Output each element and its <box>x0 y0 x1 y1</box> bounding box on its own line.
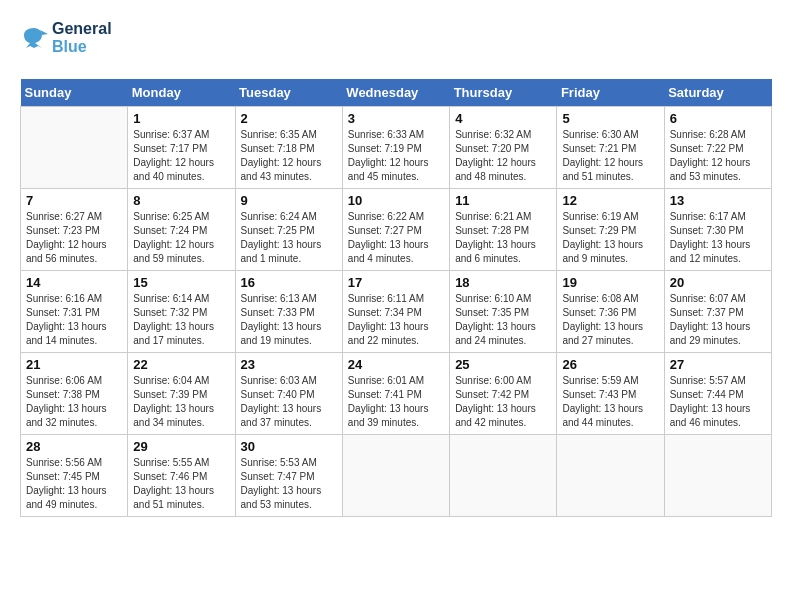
logo: General Blue <box>20 20 112 55</box>
day-number: 12 <box>562 193 658 208</box>
calendar-cell: 4Sunrise: 6:32 AMSunset: 7:20 PMDaylight… <box>450 107 557 189</box>
day-info: Sunrise: 6:25 AMSunset: 7:24 PMDaylight:… <box>133 210 229 266</box>
calendar-cell: 13Sunrise: 6:17 AMSunset: 7:30 PMDayligh… <box>664 189 771 271</box>
calendar-cell: 3Sunrise: 6:33 AMSunset: 7:19 PMDaylight… <box>342 107 449 189</box>
calendar-cell: 30Sunrise: 5:53 AMSunset: 7:47 PMDayligh… <box>235 435 342 517</box>
day-info: Sunrise: 6:24 AMSunset: 7:25 PMDaylight:… <box>241 210 337 266</box>
calendar-week-row: 14Sunrise: 6:16 AMSunset: 7:31 PMDayligh… <box>21 271 772 353</box>
day-number: 21 <box>26 357 122 372</box>
day-info: Sunrise: 6:30 AMSunset: 7:21 PMDaylight:… <box>562 128 658 184</box>
calendar-cell: 18Sunrise: 6:10 AMSunset: 7:35 PMDayligh… <box>450 271 557 353</box>
calendar-week-row: 7Sunrise: 6:27 AMSunset: 7:23 PMDaylight… <box>21 189 772 271</box>
calendar-cell: 21Sunrise: 6:06 AMSunset: 7:38 PMDayligh… <box>21 353 128 435</box>
weekday-header-saturday: Saturday <box>664 79 771 107</box>
day-info: Sunrise: 6:11 AMSunset: 7:34 PMDaylight:… <box>348 292 444 348</box>
calendar-cell: 15Sunrise: 6:14 AMSunset: 7:32 PMDayligh… <box>128 271 235 353</box>
calendar-week-row: 21Sunrise: 6:06 AMSunset: 7:38 PMDayligh… <box>21 353 772 435</box>
day-info: Sunrise: 5:55 AMSunset: 7:46 PMDaylight:… <box>133 456 229 512</box>
day-number: 4 <box>455 111 551 126</box>
day-number: 28 <box>26 439 122 454</box>
logo-blue-text: Blue <box>52 38 112 56</box>
day-number: 20 <box>670 275 766 290</box>
day-number: 22 <box>133 357 229 372</box>
day-info: Sunrise: 6:16 AMSunset: 7:31 PMDaylight:… <box>26 292 122 348</box>
day-info: Sunrise: 6:27 AMSunset: 7:23 PMDaylight:… <box>26 210 122 266</box>
day-number: 6 <box>670 111 766 126</box>
day-info: Sunrise: 6:00 AMSunset: 7:42 PMDaylight:… <box>455 374 551 430</box>
calendar-cell: 20Sunrise: 6:07 AMSunset: 7:37 PMDayligh… <box>664 271 771 353</box>
day-info: Sunrise: 6:35 AMSunset: 7:18 PMDaylight:… <box>241 128 337 184</box>
calendar-cell: 28Sunrise: 5:56 AMSunset: 7:45 PMDayligh… <box>21 435 128 517</box>
calendar-cell: 9Sunrise: 6:24 AMSunset: 7:25 PMDaylight… <box>235 189 342 271</box>
calendar-cell: 23Sunrise: 6:03 AMSunset: 7:40 PMDayligh… <box>235 353 342 435</box>
calendar-cell: 16Sunrise: 6:13 AMSunset: 7:33 PMDayligh… <box>235 271 342 353</box>
day-number: 24 <box>348 357 444 372</box>
calendar-cell: 22Sunrise: 6:04 AMSunset: 7:39 PMDayligh… <box>128 353 235 435</box>
calendar-cell <box>664 435 771 517</box>
calendar-week-row: 1Sunrise: 6:37 AMSunset: 7:17 PMDaylight… <box>21 107 772 189</box>
day-info: Sunrise: 6:33 AMSunset: 7:19 PMDaylight:… <box>348 128 444 184</box>
day-number: 29 <box>133 439 229 454</box>
day-info: Sunrise: 6:06 AMSunset: 7:38 PMDaylight:… <box>26 374 122 430</box>
day-info: Sunrise: 6:19 AMSunset: 7:29 PMDaylight:… <box>562 210 658 266</box>
day-number: 23 <box>241 357 337 372</box>
calendar-cell <box>342 435 449 517</box>
day-number: 19 <box>562 275 658 290</box>
day-info: Sunrise: 6:21 AMSunset: 7:28 PMDaylight:… <box>455 210 551 266</box>
day-number: 16 <box>241 275 337 290</box>
day-info: Sunrise: 6:10 AMSunset: 7:35 PMDaylight:… <box>455 292 551 348</box>
day-info: Sunrise: 5:59 AMSunset: 7:43 PMDaylight:… <box>562 374 658 430</box>
day-info: Sunrise: 6:08 AMSunset: 7:36 PMDaylight:… <box>562 292 658 348</box>
calendar-cell: 2Sunrise: 6:35 AMSunset: 7:18 PMDaylight… <box>235 107 342 189</box>
day-number: 10 <box>348 193 444 208</box>
day-info: Sunrise: 6:17 AMSunset: 7:30 PMDaylight:… <box>670 210 766 266</box>
day-info: Sunrise: 6:32 AMSunset: 7:20 PMDaylight:… <box>455 128 551 184</box>
calendar-cell: 6Sunrise: 6:28 AMSunset: 7:22 PMDaylight… <box>664 107 771 189</box>
calendar-cell: 27Sunrise: 5:57 AMSunset: 7:44 PMDayligh… <box>664 353 771 435</box>
day-info: Sunrise: 5:57 AMSunset: 7:44 PMDaylight:… <box>670 374 766 430</box>
day-info: Sunrise: 6:14 AMSunset: 7:32 PMDaylight:… <box>133 292 229 348</box>
day-info: Sunrise: 6:07 AMSunset: 7:37 PMDaylight:… <box>670 292 766 348</box>
day-number: 18 <box>455 275 551 290</box>
calendar-cell: 29Sunrise: 5:55 AMSunset: 7:46 PMDayligh… <box>128 435 235 517</box>
day-number: 26 <box>562 357 658 372</box>
day-number: 3 <box>348 111 444 126</box>
day-info: Sunrise: 6:01 AMSunset: 7:41 PMDaylight:… <box>348 374 444 430</box>
calendar-cell: 5Sunrise: 6:30 AMSunset: 7:21 PMDaylight… <box>557 107 664 189</box>
calendar-cell <box>21 107 128 189</box>
day-number: 27 <box>670 357 766 372</box>
day-number: 9 <box>241 193 337 208</box>
day-number: 2 <box>241 111 337 126</box>
day-info: Sunrise: 5:56 AMSunset: 7:45 PMDaylight:… <box>26 456 122 512</box>
day-number: 8 <box>133 193 229 208</box>
day-number: 25 <box>455 357 551 372</box>
calendar-cell: 24Sunrise: 6:01 AMSunset: 7:41 PMDayligh… <box>342 353 449 435</box>
weekday-header-friday: Friday <box>557 79 664 107</box>
logo-text-block: General Blue <box>52 20 112 55</box>
calendar-cell: 14Sunrise: 6:16 AMSunset: 7:31 PMDayligh… <box>21 271 128 353</box>
day-info: Sunrise: 6:03 AMSunset: 7:40 PMDaylight:… <box>241 374 337 430</box>
weekday-header-sunday: Sunday <box>21 79 128 107</box>
day-info: Sunrise: 6:13 AMSunset: 7:33 PMDaylight:… <box>241 292 337 348</box>
day-number: 14 <box>26 275 122 290</box>
day-number: 13 <box>670 193 766 208</box>
calendar-cell: 26Sunrise: 5:59 AMSunset: 7:43 PMDayligh… <box>557 353 664 435</box>
day-number: 11 <box>455 193 551 208</box>
calendar-cell: 10Sunrise: 6:22 AMSunset: 7:27 PMDayligh… <box>342 189 449 271</box>
day-info: Sunrise: 6:04 AMSunset: 7:39 PMDaylight:… <box>133 374 229 430</box>
weekday-header-tuesday: Tuesday <box>235 79 342 107</box>
page-header: General Blue <box>20 20 772 63</box>
day-number: 5 <box>562 111 658 126</box>
day-info: Sunrise: 5:53 AMSunset: 7:47 PMDaylight:… <box>241 456 337 512</box>
calendar-week-row: 28Sunrise: 5:56 AMSunset: 7:45 PMDayligh… <box>21 435 772 517</box>
calendar-cell: 8Sunrise: 6:25 AMSunset: 7:24 PMDaylight… <box>128 189 235 271</box>
weekday-header-row: SundayMondayTuesdayWednesdayThursdayFrid… <box>21 79 772 107</box>
calendar-cell <box>557 435 664 517</box>
day-number: 7 <box>26 193 122 208</box>
logo-bird-icon <box>20 24 48 52</box>
day-info: Sunrise: 6:28 AMSunset: 7:22 PMDaylight:… <box>670 128 766 184</box>
day-number: 15 <box>133 275 229 290</box>
day-number: 17 <box>348 275 444 290</box>
calendar-cell: 12Sunrise: 6:19 AMSunset: 7:29 PMDayligh… <box>557 189 664 271</box>
calendar-cell: 11Sunrise: 6:21 AMSunset: 7:28 PMDayligh… <box>450 189 557 271</box>
